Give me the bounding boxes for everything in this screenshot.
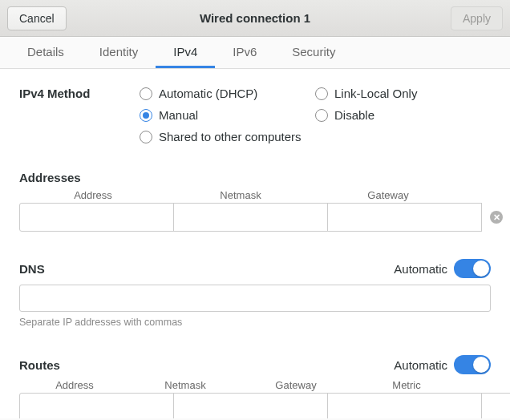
routes-automatic-label: Automatic bbox=[394, 358, 447, 372]
tab-details[interactable]: Details bbox=[10, 37, 82, 68]
dns-input[interactable] bbox=[19, 285, 491, 312]
radio-label: Manual bbox=[159, 108, 198, 122]
routes-automatic-switch[interactable] bbox=[454, 355, 491, 374]
dns-automatic-switch[interactable] bbox=[454, 259, 491, 278]
radio-label: Link-Local Only bbox=[334, 87, 417, 100]
route-row: ✕ bbox=[19, 393, 491, 418]
dns-automatic-label: Automatic bbox=[394, 262, 447, 276]
delete-address-button[interactable]: ✕ bbox=[482, 203, 510, 232]
radio-label: Automatic (DHCP) bbox=[159, 87, 257, 100]
addresses-columns: Address Netmask Gateway bbox=[19, 189, 491, 201]
address-input[interactable] bbox=[19, 203, 174, 232]
radio-icon bbox=[315, 87, 328, 100]
radio-label: Disable bbox=[334, 108, 374, 122]
radio-label: Shared to other computers bbox=[159, 130, 302, 143]
radio-icon bbox=[315, 109, 328, 122]
radio-icon bbox=[140, 87, 152, 100]
window-title: Wired connection 1 bbox=[0, 11, 510, 25]
close-icon: ✕ bbox=[490, 211, 503, 224]
col-address: Address bbox=[19, 189, 167, 201]
col-metric: Metric bbox=[351, 379, 462, 391]
route-metric-input[interactable] bbox=[481, 393, 510, 418]
radio-icon bbox=[140, 109, 152, 122]
gateway-input[interactable] bbox=[327, 203, 482, 232]
col-gateway: Gateway bbox=[241, 379, 351, 391]
radio-icon bbox=[140, 131, 152, 143]
radio-automatic-dhcp[interactable]: Automatic (DHCP) bbox=[140, 87, 315, 100]
radio-shared[interactable]: Shared to other computers bbox=[140, 130, 491, 143]
radio-link-local-only[interactable]: Link-Local Only bbox=[315, 87, 491, 100]
ipv4-method-label: IPv4 Method bbox=[19, 87, 140, 143]
addresses-heading: Addresses bbox=[19, 171, 491, 184]
col-gateway: Gateway bbox=[314, 189, 462, 201]
tab-ipv4[interactable]: IPv4 bbox=[156, 37, 215, 68]
ipv4-method-group: Automatic (DHCP) Link-Local Only Manual … bbox=[140, 87, 491, 143]
dns-heading: DNS bbox=[19, 262, 45, 276]
dns-hint: Separate IP addresses with commas bbox=[19, 317, 491, 328]
address-row: ✕ bbox=[19, 203, 491, 232]
tab-bar: Details Identity IPv4 IPv6 Security bbox=[0, 37, 510, 69]
routes-columns: Address Netmask Gateway Metric bbox=[19, 379, 491, 391]
route-netmask-input[interactable] bbox=[173, 393, 328, 418]
routes-heading: Routes bbox=[19, 358, 60, 372]
apply-button[interactable]: Apply bbox=[451, 6, 503, 30]
titlebar: Cancel Wired connection 1 Apply bbox=[0, 0, 510, 37]
col-netmask: Netmask bbox=[167, 189, 314, 201]
route-address-input[interactable] bbox=[19, 393, 174, 418]
radio-manual[interactable]: Manual bbox=[140, 108, 315, 122]
ipv4-panel: IPv4 Method Automatic (DHCP) Link-Local … bbox=[0, 69, 510, 418]
tab-security[interactable]: Security bbox=[274, 37, 353, 68]
route-gateway-input[interactable] bbox=[327, 393, 482, 418]
tab-identity[interactable]: Identity bbox=[82, 37, 156, 68]
col-address: Address bbox=[19, 379, 130, 391]
netmask-input[interactable] bbox=[173, 203, 328, 232]
radio-disable[interactable]: Disable bbox=[315, 108, 491, 122]
tab-ipv6[interactable]: IPv6 bbox=[215, 37, 274, 68]
cancel-button[interactable]: Cancel bbox=[7, 6, 67, 30]
col-netmask: Netmask bbox=[130, 379, 241, 391]
